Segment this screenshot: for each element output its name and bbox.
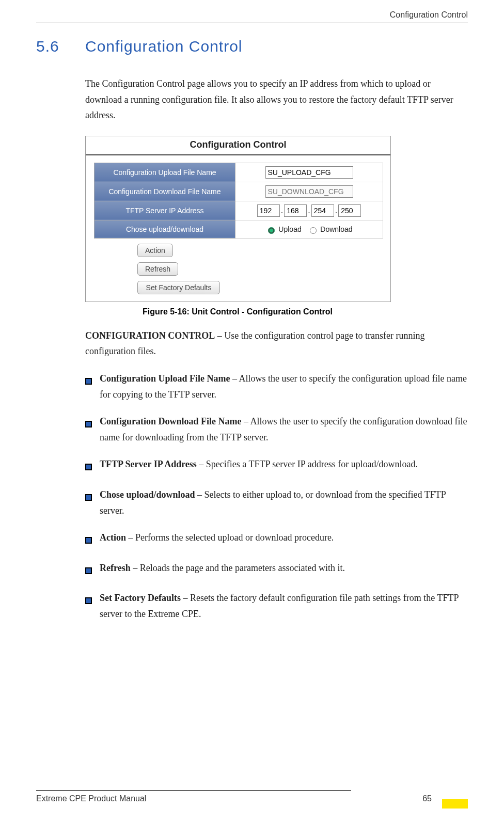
definition-lead: CONFIGURATION CONTROL – Use the configur… <box>85 328 468 359</box>
bullet-item: Chose upload/download – Selects to eithe… <box>85 487 468 518</box>
bullet-text: Set Factory Defaults – Resets the factor… <box>100 590 468 622</box>
choose-mode-cell: Upload Download <box>235 220 383 238</box>
choose-mode-label: Chose upload/download <box>94 220 235 238</box>
action-button[interactable]: Action <box>137 244 173 257</box>
bullet-item: TFTP Server IP Address – Specifies a TFT… <box>85 456 468 476</box>
download-filename-cell <box>235 182 383 201</box>
ip-dot: . <box>335 206 337 215</box>
config-control-panel: Configuration Control Configuration Uplo… <box>85 136 391 302</box>
bullet-square-icon <box>85 371 100 402</box>
bullet-square-icon <box>85 414 100 445</box>
header-rule <box>36 23 468 23</box>
bullet-item: Refresh – Reloads the page and the param… <box>85 560 468 579</box>
panel-title: Configuration Control <box>86 136 390 154</box>
section-number: 5.6 <box>36 38 85 55</box>
ip-octet-1-input[interactable] <box>257 204 280 217</box>
bullet-square-icon <box>85 590 100 622</box>
panel-rule <box>86 154 390 155</box>
ip-octet-2-input[interactable] <box>284 204 307 217</box>
set-factory-defaults-button[interactable]: Set Factory Defaults <box>137 281 220 294</box>
footer-page-number: 65 <box>422 794 432 803</box>
bullet-square-icon <box>85 456 100 476</box>
section-title: Configuration Control <box>85 38 243 55</box>
figure-container: Configuration Control Configuration Uplo… <box>85 136 468 302</box>
bullet-square-icon <box>85 487 100 518</box>
bullet-item: Action – Performs the selected upload or… <box>85 530 468 549</box>
bullet-text: Action – Performs the selected upload or… <box>100 530 468 549</box>
upload-radio[interactable] <box>268 227 275 234</box>
ip-dot: . <box>281 206 283 215</box>
page-footer: Extreme CPE Product Manual 65 <box>36 790 468 803</box>
bullet-text: Configuration Upload File Name – Allows … <box>100 371 468 402</box>
bullet-square-icon <box>85 560 100 579</box>
upload-filename-label: Configuration Upload File Name <box>94 163 235 182</box>
panel-buttons: Action Refresh Set Factory Defaults <box>137 244 390 294</box>
ip-octet-4-input[interactable] <box>338 204 361 217</box>
tftp-ip-cell: ... <box>235 201 383 220</box>
bullet-text: Configuration Download File Name – Allow… <box>100 414 468 445</box>
download-filename-input[interactable] <box>265 185 353 198</box>
figure-caption: Figure 5-16: Unit Control - Configuratio… <box>85 307 390 316</box>
yellow-tab-icon <box>442 799 468 809</box>
bullet-text: Refresh – Reloads the page and the param… <box>100 560 468 579</box>
table-row: Chose upload/download Upload Download <box>94 220 383 238</box>
upload-filename-input[interactable] <box>265 166 353 179</box>
table-row: Configuration Download File Name <box>94 182 383 201</box>
bullet-square-icon <box>85 530 100 549</box>
section-heading: 5.6Configuration Control <box>36 38 468 55</box>
upload-radio-label: Upload <box>278 225 301 233</box>
bullet-text: TFTP Server IP Address – Specifies a TFT… <box>100 456 468 476</box>
table-row: TFTP Server IP Address ... <box>94 201 383 220</box>
intro-paragraph: The Configuration Control page allows yo… <box>85 76 468 123</box>
ip-octet-3-input[interactable] <box>311 204 334 217</box>
bullet-item: Configuration Download File Name – Allow… <box>85 414 468 445</box>
ip-dot: . <box>308 206 310 215</box>
refresh-button[interactable]: Refresh <box>137 262 178 276</box>
download-radio[interactable] <box>310 227 317 234</box>
config-table: Configuration Upload File Name Configura… <box>94 163 383 239</box>
footer-rule <box>36 790 351 791</box>
upload-filename-cell <box>235 163 383 182</box>
footer-manual-title: Extreme CPE Product Manual <box>36 794 146 803</box>
bullet-item: Configuration Upload File Name – Allows … <box>85 371 468 402</box>
table-row: Configuration Upload File Name <box>94 163 383 182</box>
bullet-text: Chose upload/download – Selects to eithe… <box>100 487 468 518</box>
download-radio-label: Download <box>320 225 352 233</box>
bullet-item: Set Factory Defaults – Resets the factor… <box>85 590 468 622</box>
download-filename-label: Configuration Download File Name <box>94 182 235 201</box>
definition-lead-bold: CONFIGURATION CONTROL <box>85 330 215 341</box>
header-section-label: Configuration Control <box>36 10 468 23</box>
tftp-ip-label: TFTP Server IP Address <box>94 201 235 220</box>
